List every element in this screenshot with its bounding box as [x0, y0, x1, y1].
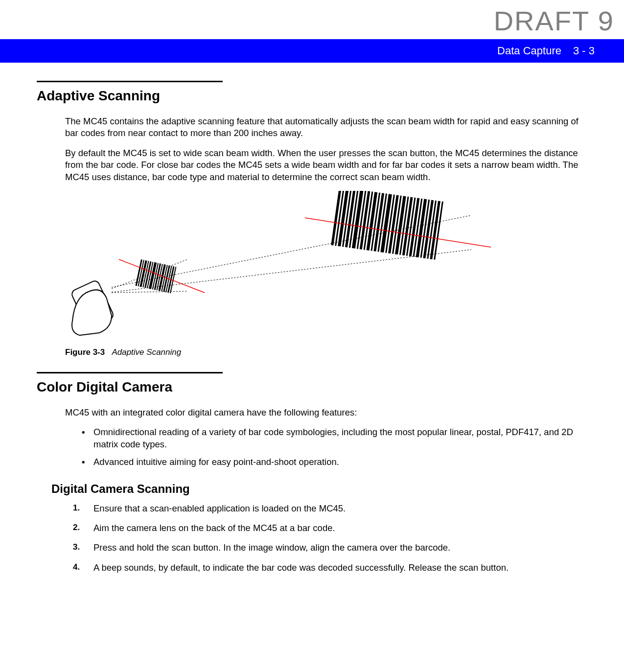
list-item: Ensure that a scan-enabled application i…: [73, 503, 587, 514]
section-rule: [37, 372, 223, 373]
paragraph: The MC45 contains the adaptive scanning …: [65, 116, 587, 139]
section-rule: [37, 81, 223, 82]
figure-adaptive-scanning: [65, 191, 587, 338]
section-title-camera: Color Digital Camera: [37, 379, 587, 395]
feature-list: Omnidirectional reading of a variety of …: [82, 426, 587, 468]
list-item: Omnidirectional reading of a variety of …: [82, 426, 587, 450]
list-item: A beep sounds, by default, to indicate t…: [73, 562, 587, 574]
subsection-title: Digital Camera Scanning: [51, 482, 587, 496]
figure-label: Figure 3-3: [65, 348, 105, 357]
figure-caption: Figure 3-3 Adaptive Scanning: [65, 348, 587, 357]
svg-line-4: [112, 291, 187, 293]
paragraph: MC45 with an integrated color digital ca…: [65, 407, 587, 418]
page-header: Data Capture 3 - 3: [0, 39, 624, 63]
list-item: Advanced intuitive aiming for easy point…: [82, 456, 587, 468]
paragraph: By default the MC45 is set to wide scan …: [65, 147, 587, 183]
adaptive-scanning-diagram: [65, 191, 496, 338]
chapter-title: Data Capture: [497, 45, 561, 57]
page-number: 3 - 3: [573, 45, 595, 57]
steps-list: Ensure that a scan-enabled application i…: [73, 503, 587, 574]
section-title-adaptive: Adaptive Scanning: [37, 88, 587, 104]
list-item: Press and hold the scan button. In the i…: [73, 542, 587, 554]
section-adaptive-scanning: Adaptive Scanning The MC45 contains the …: [37, 81, 587, 357]
figure-caption-text: Adaptive Scanning: [112, 348, 181, 357]
svg-line-21: [119, 259, 205, 293]
draft-watermark: DRAFT 9: [494, 5, 614, 37]
list-item: Aim the camera lens on the back of the M…: [73, 522, 587, 534]
page-content: Adaptive Scanning The MC45 contains the …: [37, 81, 587, 585]
section-color-digital-camera: Color Digital Camera MC45 with an integr…: [37, 372, 587, 574]
